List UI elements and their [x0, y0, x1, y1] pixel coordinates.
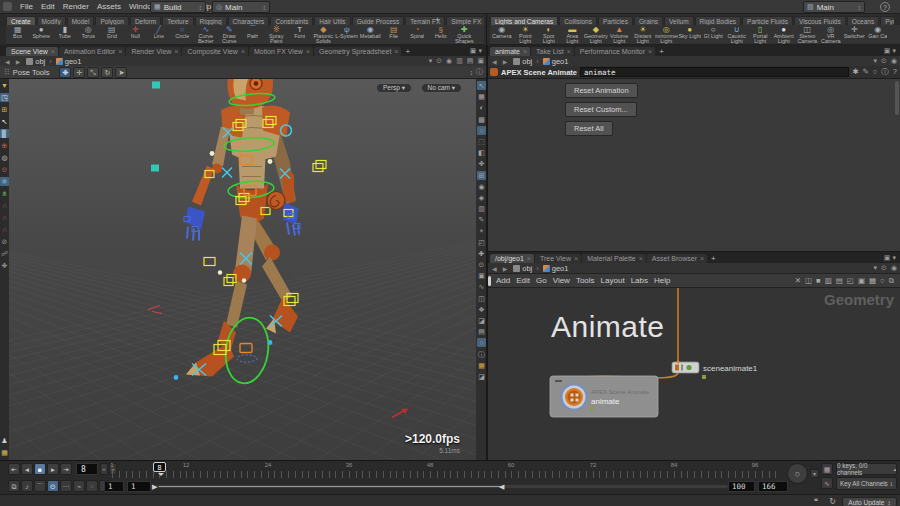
pin-icon[interactable]: ⊙ — [881, 57, 887, 65]
range-handle-right[interactable]: ◀ — [499, 482, 504, 491]
playback-range-slider[interactable]: ▶ ◀ — [155, 485, 728, 488]
dropdown-icon[interactable]: ▾ — [874, 264, 878, 272]
shelf-tool[interactable]: §Helix — [429, 25, 453, 44]
shelf-tool[interactable]: ◆Platonic Solids — [312, 25, 336, 44]
range-start-field[interactable]: 1 — [127, 481, 151, 492]
viewport-tool-icon[interactable]: ▼ — [0, 81, 9, 90]
sceneanimate-node[interactable]: sceneanimate1 — [672, 360, 758, 379]
link-icon[interactable]: ◉ — [891, 264, 897, 272]
path-node[interactable]: geo1 — [541, 57, 571, 66]
viewport-display-icon[interactable]: ▥ — [477, 204, 486, 213]
link-icon[interactable]: ◉ — [891, 57, 897, 65]
pane-tab[interactable]: Tree View× — [535, 254, 581, 263]
network-toolbar-icon[interactable]: ■ — [816, 276, 821, 286]
build-shelf-select[interactable]: ▦Build↕ — [150, 1, 206, 13]
playbar-option-icon[interactable]: ♪ — [21, 480, 33, 492]
viewport-display-icon[interactable]: ▩ — [477, 115, 486, 124]
timeline-zoom-dropdown[interactable]: ▾ — [810, 469, 819, 478]
viewport-tool-icon[interactable]: ▊ — [0, 129, 9, 138]
path-root[interactable]: obj — [511, 264, 534, 273]
transport-button[interactable]: ◄ — [21, 463, 33, 475]
playbar-option-icon[interactable]: « — [86, 480, 98, 492]
pane-handle[interactable] — [488, 276, 491, 286]
path-node[interactable]: geo1 — [54, 57, 84, 66]
shelf-tab[interactable]: Vellum — [664, 16, 694, 25]
menu-item[interactable]: Edit — [37, 2, 59, 11]
shelf-tool[interactable]: ▤File — [382, 25, 406, 44]
range-end-field[interactable]: 100 — [728, 481, 755, 492]
network-menu-item[interactable]: Labs — [628, 276, 651, 285]
sort-icon[interactable]: ↕ — [470, 69, 474, 76]
dropdown-icon[interactable]: ▾ — [429, 57, 433, 65]
message-bubble-icon[interactable]: ❝ — [814, 497, 818, 506]
shelf-tab[interactable]: Polygon — [95, 16, 129, 25]
shelf-tab[interactable]: Constraints — [270, 16, 313, 25]
menu-item[interactable]: Render — [59, 2, 93, 11]
param-scrollbar[interactable] — [895, 81, 899, 115]
shelf-tool[interactable]: ○Circle — [171, 25, 195, 44]
viewport-display-icon[interactable]: ✥ — [477, 159, 486, 168]
dropdown-icon[interactable]: ▾ — [874, 57, 878, 65]
step-back-button[interactable]: « — [100, 463, 108, 475]
viewport-display-icon[interactable]: ⬚ — [477, 137, 486, 146]
shelf-tool[interactable]: ✛Switcher — [843, 25, 867, 44]
shelf-tool[interactable]: ✛Null — [124, 25, 148, 44]
viewport-display-icon[interactable]: ⊙ — [477, 260, 486, 269]
channel-editor-icon[interactable]: ∿ — [821, 477, 833, 489]
shelf-tool[interactable]: ◉Gan Ca — [866, 25, 890, 44]
shelf-tool[interactable]: ◉Camera — [490, 25, 514, 44]
viewport-display-icon[interactable]: ⓘ — [477, 350, 486, 359]
viewport-tool-icon[interactable]: ❄ — [0, 177, 9, 186]
menu-item[interactable]: Assets — [93, 2, 125, 11]
shelf-tool[interactable]: ╱Line — [147, 25, 171, 44]
shelf-tab[interactable]: Rigging — [195, 16, 227, 25]
timeline-ruler[interactable]: 11224364860728496 8 — [112, 462, 782, 479]
network-menu-item[interactable]: Go — [533, 276, 550, 285]
viewport-display-icon[interactable]: ◉ — [477, 182, 486, 191]
shelf-tool[interactable]: ∪Caustic Light — [725, 25, 749, 44]
layout-icon[interactable]: ▥ — [456, 57, 463, 65]
network-editor-canvas[interactable]: Geometry Animate sceneanimate1 — [487, 288, 900, 460]
viewport-tool-icon[interactable]: ⊞ — [0, 105, 9, 114]
pane-tab[interactable]: Render View× — [126, 47, 181, 56]
network-toolbar-icon[interactable]: ▤ — [836, 276, 843, 286]
network-toolbar-icon[interactable]: ⧉ — [889, 276, 894, 286]
shelf-tool[interactable]: ▤Grid — [100, 25, 124, 44]
shelf-tab[interactable]: Grains — [634, 16, 663, 25]
menu-item[interactable]: File — [16, 2, 37, 11]
viewport-display-icon[interactable]: ◫ — [477, 294, 486, 303]
close-tab-icon[interactable]: × — [700, 255, 704, 262]
shelf-tool[interactable]: ✎Draw Curve — [218, 25, 242, 44]
desktop-select[interactable]: ▧Main↕ — [803, 1, 865, 13]
layout-icon[interactable]: ▤ — [467, 57, 474, 65]
pane-tab[interactable]: /obj/geo1× — [490, 254, 534, 263]
playbar-option-icon[interactable]: ⊙ — [47, 480, 59, 492]
close-tab-icon[interactable]: × — [306, 48, 310, 55]
close-tab-icon[interactable]: × — [241, 48, 245, 55]
shelf-tab[interactable]: Particle Fluids — [742, 16, 793, 25]
range-bar[interactable] — [159, 486, 503, 487]
pane-tab[interactable]: Performance Monitor× — [575, 47, 655, 56]
viewport-display-icon[interactable]: ▣ — [477, 271, 486, 280]
network-toolbar-icon[interactable]: ◫ — [805, 276, 812, 286]
shelf-tool[interactable]: ●Sky Light — [678, 25, 702, 44]
viewport-display-icon[interactable]: ◐ — [477, 103, 486, 112]
viewport-display-icon[interactable]: ⌖ — [477, 226, 486, 235]
pane-tab[interactable]: animate× — [490, 47, 530, 56]
transport-button[interactable]: ► — [47, 463, 59, 475]
pose-tool-button[interactable]: ✛ — [73, 67, 85, 78]
shelf-tab[interactable]: Oceans — [847, 16, 879, 25]
viewport-tool-icon[interactable]: ↖ — [0, 117, 9, 126]
viewport-display-icon[interactable]: ▦ — [477, 92, 486, 101]
viewport-display-icon[interactable]: ○ — [477, 126, 486, 135]
close-tab-icon[interactable]: × — [394, 48, 398, 55]
shelf-tool[interactable]: ☀Point Light — [514, 25, 538, 44]
viewport-tool-icon[interactable]: ⊘ — [0, 237, 9, 246]
network-toolbar-icon[interactable]: ✕ — [795, 276, 801, 286]
viewport-display-icon[interactable]: ○ — [477, 338, 486, 347]
pose-tool-button[interactable]: ⤡ — [87, 67, 99, 78]
grip-icon[interactable]: ⠿ — [4, 68, 10, 77]
playbar-option-icon[interactable]: ⌒ — [34, 480, 46, 492]
shelf-tool[interactable]: ◆Geometry Light — [584, 25, 608, 44]
param-header-icon[interactable]: ✎ — [863, 67, 869, 77]
